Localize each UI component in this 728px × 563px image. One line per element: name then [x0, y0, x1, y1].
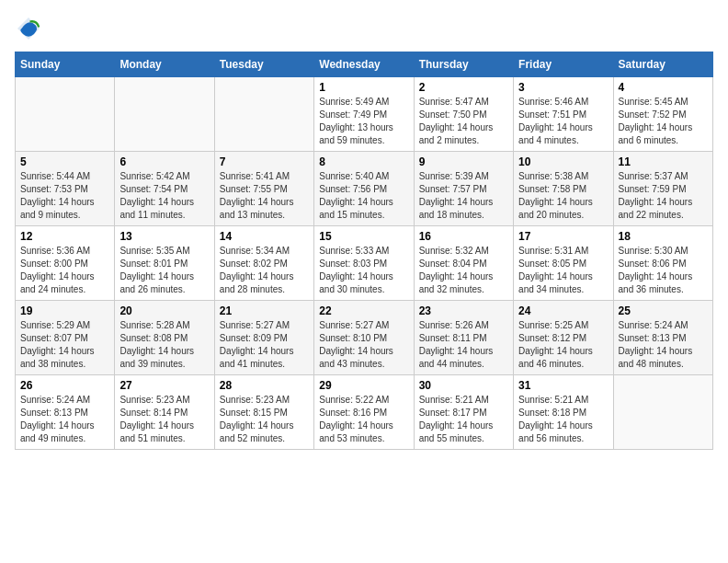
day-number: 20: [119, 304, 209, 317]
day-info: Sunrise: 5:21 AM Sunset: 8:18 PM Dayligh…: [518, 394, 608, 445]
day-number: 1: [319, 81, 408, 94]
day-cell: 26Sunrise: 5:24 AM Sunset: 8:13 PM Dayli…: [16, 375, 115, 450]
day-info: Sunrise: 5:30 AM Sunset: 8:06 PM Dayligh…: [619, 245, 708, 296]
day-info: Sunrise: 5:24 AM Sunset: 8:13 PM Dayligh…: [20, 394, 109, 445]
day-number: 23: [419, 304, 508, 317]
day-cell: 23Sunrise: 5:26 AM Sunset: 8:11 PM Dayli…: [414, 301, 513, 375]
day-number: 30: [419, 379, 508, 392]
day-info: Sunrise: 5:28 AM Sunset: 8:08 PM Dayligh…: [119, 319, 209, 371]
day-number: 10: [518, 155, 608, 168]
day-cell: 13Sunrise: 5:35 AM Sunset: 8:01 PM Dayli…: [115, 226, 214, 301]
day-number: 8: [319, 155, 408, 168]
day-info: Sunrise: 5:45 AM Sunset: 7:52 PM Dayligh…: [619, 96, 708, 147]
day-cell: 2Sunrise: 5:47 AM Sunset: 7:50 PM Daylig…: [414, 77, 513, 152]
day-number: 12: [20, 230, 109, 243]
week-row-3: 12Sunrise: 5:36 AM Sunset: 8:00 PM Dayli…: [16, 226, 713, 301]
day-number: 21: [220, 304, 309, 317]
day-cell: 6Sunrise: 5:42 AM Sunset: 7:54 PM Daylig…: [115, 152, 214, 226]
day-info: Sunrise: 5:49 AM Sunset: 7:49 PM Dayligh…: [319, 96, 408, 147]
header-cell-thursday: Thursday: [414, 52, 513, 77]
day-number: 2: [419, 81, 508, 94]
day-cell: 14Sunrise: 5:34 AM Sunset: 8:02 PM Dayli…: [214, 226, 313, 301]
day-cell: 20Sunrise: 5:28 AM Sunset: 8:08 PM Dayli…: [115, 301, 214, 375]
day-cell: 11Sunrise: 5:37 AM Sunset: 7:59 PM Dayli…: [613, 152, 712, 226]
day-info: Sunrise: 5:23 AM Sunset: 8:14 PM Dayligh…: [119, 394, 209, 445]
day-cell: [115, 77, 214, 152]
calendar-body: 1Sunrise: 5:49 AM Sunset: 7:49 PM Daylig…: [16, 77, 713, 450]
day-info: Sunrise: 5:26 AM Sunset: 8:11 PM Dayligh…: [419, 319, 508, 371]
day-info: Sunrise: 5:31 AM Sunset: 8:05 PM Dayligh…: [518, 245, 608, 296]
week-row-2: 5Sunrise: 5:44 AM Sunset: 7:53 PM Daylig…: [16, 152, 713, 226]
day-cell: [613, 375, 712, 450]
day-cell: 3Sunrise: 5:46 AM Sunset: 7:51 PM Daylig…: [514, 77, 613, 152]
day-cell: 17Sunrise: 5:31 AM Sunset: 8:05 PM Dayli…: [514, 226, 613, 301]
day-number: 4: [619, 81, 708, 94]
day-number: 11: [619, 155, 708, 168]
week-row-5: 26Sunrise: 5:24 AM Sunset: 8:13 PM Dayli…: [16, 375, 713, 450]
logo-icon: [15, 15, 42, 42]
day-cell: 18Sunrise: 5:30 AM Sunset: 8:06 PM Dayli…: [613, 226, 712, 301]
day-cell: 19Sunrise: 5:29 AM Sunset: 8:07 PM Dayli…: [16, 301, 115, 375]
day-cell: 22Sunrise: 5:27 AM Sunset: 8:10 PM Dayli…: [314, 301, 414, 375]
day-cell: 27Sunrise: 5:23 AM Sunset: 8:14 PM Dayli…: [115, 375, 214, 450]
day-cell: 12Sunrise: 5:36 AM Sunset: 8:00 PM Dayli…: [16, 226, 115, 301]
day-info: Sunrise: 5:27 AM Sunset: 8:10 PM Dayligh…: [319, 319, 408, 371]
day-info: Sunrise: 5:24 AM Sunset: 8:13 PM Dayligh…: [619, 319, 708, 371]
day-info: Sunrise: 5:35 AM Sunset: 8:01 PM Dayligh…: [119, 245, 209, 296]
day-info: Sunrise: 5:27 AM Sunset: 8:09 PM Dayligh…: [220, 319, 309, 371]
day-number: 9: [419, 155, 508, 168]
day-info: Sunrise: 5:33 AM Sunset: 8:03 PM Dayligh…: [319, 245, 408, 296]
week-row-4: 19Sunrise: 5:29 AM Sunset: 8:07 PM Dayli…: [16, 301, 713, 375]
day-cell: 16Sunrise: 5:32 AM Sunset: 8:04 PM Dayli…: [414, 226, 513, 301]
day-number: 27: [119, 379, 209, 392]
day-number: 14: [220, 230, 309, 243]
day-cell: 31Sunrise: 5:21 AM Sunset: 8:18 PM Dayli…: [514, 375, 613, 450]
day-info: Sunrise: 5:25 AM Sunset: 8:12 PM Dayligh…: [518, 319, 608, 371]
day-cell: 28Sunrise: 5:23 AM Sunset: 8:15 PM Dayli…: [214, 375, 313, 450]
day-number: 7: [220, 155, 309, 168]
day-number: 13: [119, 230, 209, 243]
day-cell: 25Sunrise: 5:24 AM Sunset: 8:13 PM Dayli…: [613, 301, 712, 375]
day-info: Sunrise: 5:29 AM Sunset: 8:07 PM Dayligh…: [20, 319, 109, 371]
day-info: Sunrise: 5:44 AM Sunset: 7:53 PM Dayligh…: [20, 170, 109, 222]
header-cell-wednesday: Wednesday: [314, 52, 414, 77]
day-number: 16: [419, 230, 508, 243]
day-number: 25: [619, 304, 708, 317]
day-info: Sunrise: 5:36 AM Sunset: 8:00 PM Dayligh…: [20, 245, 109, 296]
day-number: 19: [20, 304, 109, 317]
day-cell: 4Sunrise: 5:45 AM Sunset: 7:52 PM Daylig…: [613, 77, 712, 152]
day-number: 24: [518, 304, 608, 317]
day-cell: 30Sunrise: 5:21 AM Sunset: 8:17 PM Dayli…: [414, 375, 513, 450]
calendar-header: SundayMondayTuesdayWednesdayThursdayFrid…: [16, 52, 713, 77]
day-cell: 29Sunrise: 5:22 AM Sunset: 8:16 PM Dayli…: [314, 375, 414, 450]
day-cell: 21Sunrise: 5:27 AM Sunset: 8:09 PM Dayli…: [214, 301, 313, 375]
day-info: Sunrise: 5:42 AM Sunset: 7:54 PM Dayligh…: [119, 170, 209, 222]
day-cell: 10Sunrise: 5:38 AM Sunset: 7:58 PM Dayli…: [514, 152, 613, 226]
day-cell: 24Sunrise: 5:25 AM Sunset: 8:12 PM Dayli…: [514, 301, 613, 375]
day-info: Sunrise: 5:22 AM Sunset: 8:16 PM Dayligh…: [319, 394, 408, 445]
page-header: [15, 15, 713, 42]
day-cell: [16, 77, 115, 152]
day-info: Sunrise: 5:41 AM Sunset: 7:55 PM Dayligh…: [220, 170, 309, 222]
day-info: Sunrise: 5:46 AM Sunset: 7:51 PM Dayligh…: [518, 96, 608, 147]
day-number: 3: [518, 81, 608, 94]
day-cell: 8Sunrise: 5:40 AM Sunset: 7:56 PM Daylig…: [314, 152, 414, 226]
day-cell: 15Sunrise: 5:33 AM Sunset: 8:03 PM Dayli…: [314, 226, 414, 301]
day-number: 31: [518, 379, 608, 392]
day-cell: 7Sunrise: 5:41 AM Sunset: 7:55 PM Daylig…: [214, 152, 313, 226]
day-info: Sunrise: 5:21 AM Sunset: 8:17 PM Dayligh…: [419, 394, 508, 445]
day-info: Sunrise: 5:34 AM Sunset: 8:02 PM Dayligh…: [220, 245, 309, 296]
header-cell-saturday: Saturday: [613, 52, 712, 77]
day-cell: 5Sunrise: 5:44 AM Sunset: 7:53 PM Daylig…: [16, 152, 115, 226]
header-cell-tuesday: Tuesday: [214, 52, 313, 77]
day-number: 18: [619, 230, 708, 243]
header-cell-sunday: Sunday: [16, 52, 115, 77]
day-number: 28: [220, 379, 309, 392]
header-cell-monday: Monday: [115, 52, 214, 77]
day-info: Sunrise: 5:38 AM Sunset: 7:58 PM Dayligh…: [518, 170, 608, 222]
week-row-1: 1Sunrise: 5:49 AM Sunset: 7:49 PM Daylig…: [16, 77, 713, 152]
calendar-table: SundayMondayTuesdayWednesdayThursdayFrid…: [15, 52, 713, 450]
day-info: Sunrise: 5:39 AM Sunset: 7:57 PM Dayligh…: [419, 170, 508, 222]
day-cell: 9Sunrise: 5:39 AM Sunset: 7:57 PM Daylig…: [414, 152, 513, 226]
day-number: 15: [319, 230, 408, 243]
